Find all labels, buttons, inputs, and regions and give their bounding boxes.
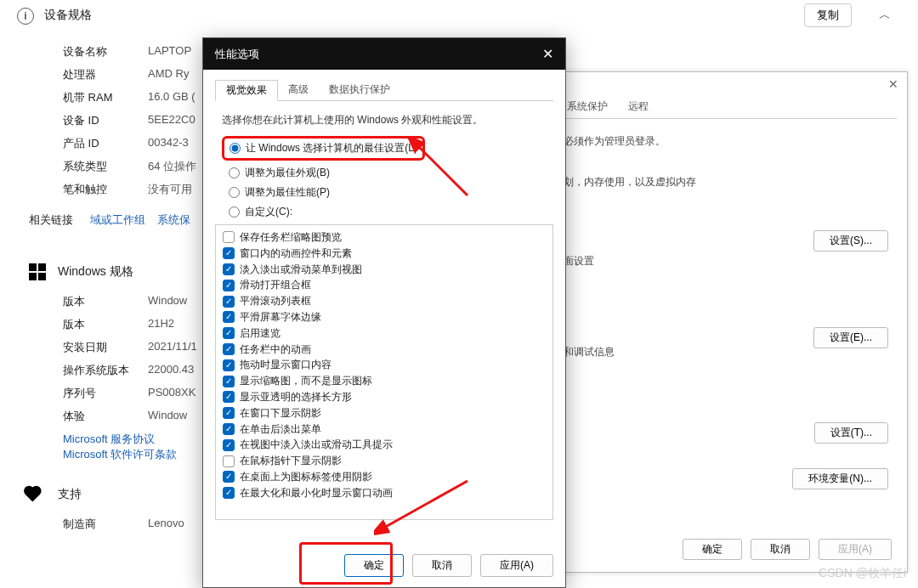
sysprops-cancel-button[interactable]: 取消 bbox=[751, 539, 810, 560]
chevron-up-icon[interactable]: ︿ bbox=[869, 4, 901, 26]
heart-icon bbox=[26, 483, 49, 506]
perf-tabs: 视觉效果 高级 数据执行保护 bbox=[215, 80, 553, 101]
settings-e-button[interactable]: 设置(E)... bbox=[813, 327, 888, 348]
check-label: 平滑滚动列表框 bbox=[240, 294, 311, 308]
check-label: 在桌面上为图标标签使用阴影 bbox=[240, 470, 372, 484]
checkbox[interactable] bbox=[223, 231, 235, 243]
check-item[interactable]: ✓窗口内的动画控件和元素 bbox=[223, 246, 546, 261]
related-label: 相关链接 bbox=[29, 212, 73, 228]
radio-label: 调整为最佳外观(B) bbox=[245, 166, 330, 180]
check-item[interactable]: 在鼠标指针下显示阴影 bbox=[223, 454, 546, 468]
check-label: 保存任务栏缩略图预览 bbox=[240, 230, 342, 245]
link-sysprotect[interactable]: 系统保 bbox=[157, 212, 190, 228]
checkbox[interactable]: ✓ bbox=[223, 280, 235, 291]
perf-cancel-button[interactable]: 取消 bbox=[412, 554, 472, 577]
check-item[interactable]: ✓任务栏中的动画 bbox=[223, 342, 546, 357]
radio-label: 让 Windows 选择计算机的最佳设置(L) bbox=[246, 141, 417, 155]
check-item[interactable]: ✓显示亚透明的选择长方形 bbox=[223, 390, 546, 404]
checkbox[interactable]: ✓ bbox=[223, 423, 235, 435]
checkbox[interactable]: ✓ bbox=[223, 359, 235, 371]
sysprops-perf-note: 处理器计划，内存使用，以及虚拟内存 bbox=[523, 173, 888, 190]
check-label: 在鼠标指针下显示阴影 bbox=[240, 454, 342, 468]
checkbox[interactable]: ✓ bbox=[223, 376, 235, 387]
settings-s-button[interactable]: 设置(S)... bbox=[813, 230, 888, 252]
check-label: 在单击后淡出菜单 bbox=[240, 422, 321, 437]
checkbox[interactable]: ✓ bbox=[223, 296, 235, 308]
check-item[interactable]: ✓在视图中淡入淡出或滑动工具提示 bbox=[223, 438, 546, 452]
check-item[interactable]: ✓淡入淡出或滑动菜单到视图 bbox=[223, 263, 546, 277]
sysprops-apply-button[interactable]: 应用(A) bbox=[819, 539, 892, 560]
checkbox[interactable]: ✓ bbox=[223, 391, 235, 403]
sysprops-tabs: 高级 系统保护 远程 bbox=[514, 96, 897, 119]
performance-options-dialog: 性能选项 ✕ 视觉效果 高级 数据执行保护 选择你想在此计算机上使用的 Wind… bbox=[202, 37, 566, 588]
windows-icon bbox=[29, 263, 46, 280]
spec-label: 设备名称 bbox=[63, 44, 148, 59]
link-domain[interactable]: 域或工作组 bbox=[90, 212, 145, 228]
tab-dep[interactable]: 数据执行保护 bbox=[319, 80, 400, 100]
spec-value: LAPTOP bbox=[148, 44, 191, 59]
check-item[interactable]: ✓滑动打开组合框 bbox=[223, 278, 546, 292]
check-item[interactable]: ✓在单击后淡出菜单 bbox=[223, 422, 546, 437]
perf-radio-group: 让 Windows 选择计算机的最佳设置(L) 调整为最佳外观(B) 调整为最佳… bbox=[222, 136, 547, 219]
check-label: 淡入淡出或滑动菜单到视图 bbox=[240, 263, 362, 277]
perf-apply-button[interactable]: 应用(A) bbox=[480, 554, 553, 577]
checkbox[interactable] bbox=[223, 455, 235, 467]
check-item[interactable]: ✓拖动时显示窗口内容 bbox=[223, 358, 546, 372]
device-specs-title: 设备规格 bbox=[44, 8, 794, 23]
check-item[interactable]: ✓平滑滚动列表框 bbox=[223, 294, 546, 308]
check-item[interactable]: ✓启用速览 bbox=[223, 326, 546, 341]
watermark: CSDN @牧羊任i bbox=[819, 566, 906, 581]
check-item[interactable]: ✓显示缩略图，而不是显示图标 bbox=[223, 374, 546, 388]
check-item[interactable]: ✓在最大化和最小化时显示窗口动画 bbox=[223, 486, 546, 500]
checkbox[interactable]: ✓ bbox=[223, 263, 235, 275]
sysprops-desktop-note: 相关的桌面设置 bbox=[523, 252, 888, 269]
perf-description: 选择你想在此计算机上使用的 Windows 外观和性能设置。 bbox=[222, 113, 547, 127]
checkbox[interactable]: ✓ bbox=[223, 487, 235, 499]
tab-remote[interactable]: 远程 bbox=[618, 96, 659, 118]
radio-best-performance[interactable] bbox=[229, 187, 240, 198]
check-label: 启用速览 bbox=[240, 326, 280, 341]
check-item[interactable]: ✓在桌面上为图标标签使用阴影 bbox=[223, 470, 546, 484]
check-label: 任务栏中的动画 bbox=[240, 342, 311, 357]
copy-button[interactable]: 复制 bbox=[804, 3, 852, 27]
perf-titlebar[interactable]: 性能选项 ✕ bbox=[203, 38, 565, 70]
check-label: 显示亚透明的选择长方形 bbox=[240, 390, 352, 404]
checkbox[interactable]: ✓ bbox=[223, 311, 235, 323]
check-item[interactable]: 保存任务栏缩略图预览 bbox=[223, 230, 546, 245]
close-icon[interactable]: ✕ bbox=[542, 46, 553, 62]
checkbox[interactable]: ✓ bbox=[223, 327, 235, 339]
sysprops-ok-button[interactable]: 确定 bbox=[683, 539, 742, 560]
checkbox[interactable]: ✓ bbox=[223, 471, 235, 483]
radio-let-windows-choose[interactable] bbox=[230, 143, 241, 154]
check-label: 平滑屏幕字体边缘 bbox=[240, 310, 321, 325]
env-vars-button[interactable]: 环境变量(N)... bbox=[792, 468, 888, 489]
checkbox[interactable]: ✓ bbox=[223, 343, 235, 355]
check-label: 在视图中淡入淡出或滑动工具提示 bbox=[240, 438, 393, 452]
check-label: 在窗口下显示阴影 bbox=[240, 406, 321, 421]
sysprops-admin-note: 更改，你必须作为管理员登录。 bbox=[523, 133, 888, 150]
check-item[interactable]: ✓在窗口下显示阴影 bbox=[223, 406, 546, 421]
visual-effects-checklist[interactable]: 保存任务栏缩略图预览✓窗口内的动画控件和元素✓淡入淡出或滑动菜单到视图✓滑动打开… bbox=[215, 224, 553, 520]
close-icon[interactable]: ✕ bbox=[888, 77, 898, 91]
radio-custom[interactable] bbox=[229, 206, 240, 218]
perf-ok-button[interactable]: 确定 bbox=[344, 554, 404, 577]
check-label: 拖动时显示窗口内容 bbox=[240, 358, 332, 372]
tab-visual-effects[interactable]: 视觉效果 bbox=[215, 80, 278, 101]
checkbox[interactable]: ✓ bbox=[223, 407, 235, 419]
check-label: 在最大化和最小化时显示窗口动画 bbox=[240, 486, 393, 500]
settings-t-button[interactable]: 设置(T)... bbox=[814, 422, 888, 444]
info-icon: i bbox=[17, 8, 34, 25]
radio-label: 调整为最佳性能(P) bbox=[245, 185, 330, 200]
radio-label: 自定义(C): bbox=[245, 205, 292, 219]
check-label: 窗口内的动画控件和元素 bbox=[240, 246, 352, 261]
tab-advanced[interactable]: 高级 bbox=[278, 80, 319, 100]
perf-title-text: 性能选项 bbox=[215, 47, 259, 62]
check-item[interactable]: ✓平滑屏幕字体边缘 bbox=[223, 310, 546, 325]
checkbox[interactable]: ✓ bbox=[223, 247, 235, 259]
check-label: 滑动打开组合框 bbox=[240, 278, 311, 292]
checkbox[interactable]: ✓ bbox=[223, 439, 235, 451]
check-label: 显示缩略图，而不是显示图标 bbox=[240, 374, 372, 388]
annotation-highlight: 让 Windows 选择计算机的最佳设置(L) bbox=[222, 136, 425, 161]
radio-best-appearance[interactable] bbox=[229, 167, 240, 178]
